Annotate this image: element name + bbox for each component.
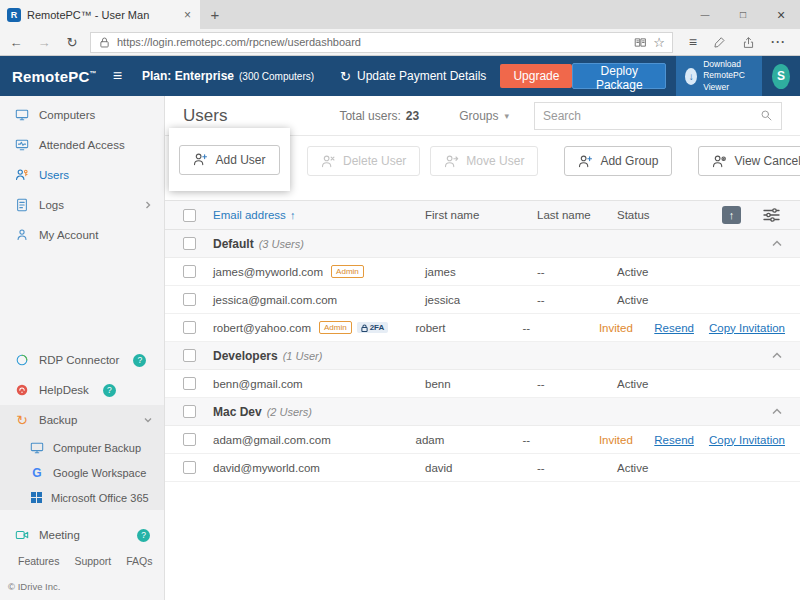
search-icon[interactable] [760, 109, 773, 122]
browser-actions: ≡ ··· [681, 34, 794, 50]
table-row: adam@gmail.com.com adam -- Invited Resen… [165, 426, 800, 454]
tab-close-icon[interactable]: × [182, 8, 193, 22]
last-name-cell: -- [537, 462, 617, 474]
new-tab-button[interactable]: + [200, 0, 230, 29]
hamburger-menu-icon[interactable]: ≡ [113, 67, 122, 85]
email-cell: robert@yahoo.com Admin 2FA [213, 321, 416, 334]
group-checkbox[interactable] [183, 405, 196, 418]
row-checkbox[interactable] [183, 433, 196, 446]
sidebar-item-microsoft-office-365[interactable]: Microsoft Office 365 [0, 485, 164, 510]
group-row-default: Default (3 Users) [165, 230, 800, 258]
group-checkbox[interactable] [183, 237, 196, 250]
sidebar-item-label: RDP Connector [39, 354, 119, 366]
share-icon[interactable] [742, 36, 755, 49]
email-cell: jessica@gmail.com.com [213, 294, 425, 306]
sidebar-item-backup[interactable]: ↻ Backup [0, 405, 164, 435]
google-icon: G [30, 466, 44, 480]
filter-icon[interactable] [763, 207, 780, 223]
delete-user-button[interactable]: Delete User [307, 146, 420, 176]
refresh-icon[interactable]: ↻ [62, 35, 82, 50]
more-icon[interactable]: ··· [771, 35, 786, 49]
sidebar-item-logs[interactable]: Logs [0, 190, 164, 220]
forward-icon[interactable]: → [34, 35, 54, 50]
browser-tab[interactable]: R RemotePC™ - User Man × [0, 0, 200, 29]
plan-detail: (300 Computers) [239, 71, 314, 82]
collapse-chevron-icon[interactable] [772, 408, 800, 415]
features-link[interactable]: Features [18, 555, 59, 567]
table-row: robert@yahoo.com Admin 2FA robert -- Inv… [165, 314, 800, 342]
sidebar-item-users[interactable]: Users [0, 160, 164, 190]
download-viewer-button[interactable]: ↓ Download RemotePC Viewer [676, 56, 762, 96]
select-all-checkbox[interactable] [183, 209, 196, 222]
close-button[interactable]: × [762, 0, 800, 29]
support-link[interactable]: Support [74, 555, 111, 567]
help-icon[interactable]: ? [103, 384, 116, 397]
reading-view-icon[interactable] [634, 36, 647, 49]
resend-link[interactable]: Resend [654, 322, 694, 334]
add-user-button[interactable]: Add User [179, 145, 279, 175]
group-row-mac-dev: Mac Dev (2 Users) [165, 398, 800, 426]
deploy-package-button[interactable]: Deploy Package [572, 63, 666, 89]
last-name-cell: -- [522, 322, 598, 334]
group-count: (2 Users) [267, 406, 312, 418]
sidebar-item-label: HelpDesk [39, 384, 89, 396]
upload-users-icon[interactable]: ↑ [722, 206, 741, 224]
copy-invitation-link[interactable]: Copy Invitation [709, 434, 785, 446]
screen: R RemotePC™ - User Man × + — □ × ← → ↻ h… [0, 0, 800, 600]
move-user-button[interactable]: Move User [430, 146, 538, 176]
favorite-star-icon[interactable]: ☆ [653, 35, 665, 50]
help-icon[interactable]: ? [133, 354, 146, 367]
remotepc-favicon: R [7, 8, 21, 22]
sidebar-item-google-workspace[interactable]: G Google Workspace [0, 460, 164, 485]
download-icon: ↓ [685, 68, 697, 85]
maximize-button[interactable]: □ [724, 0, 762, 29]
toolbar-buttons: Delete User Move User Add Group View Can… [307, 136, 800, 176]
group-count: (3 Users) [259, 238, 304, 250]
row-checkbox[interactable] [183, 265, 196, 278]
faqs-link[interactable]: FAQs [126, 555, 152, 567]
sidebar-item-label: Meeting [39, 529, 80, 541]
hub-icon[interactable]: ≡ [689, 34, 697, 50]
table-header-icons: ↑ [722, 206, 800, 224]
search-input[interactable] [543, 109, 760, 123]
web-note-icon[interactable] [713, 36, 726, 49]
admin-badge: Admin [319, 321, 352, 334]
sidebar-item-label: Attended Access [39, 139, 125, 151]
sidebar-item-label: Logs [39, 199, 64, 211]
minimize-button[interactable]: — [686, 0, 724, 29]
collapse-chevron-icon[interactable] [772, 352, 800, 359]
first-name-cell: adam [416, 434, 523, 446]
url-field[interactable]: https://login.remotepc.com/rpcnew/userda… [90, 32, 673, 53]
sidebar-item-rdp-connector[interactable]: RDP Connector ? [0, 345, 164, 375]
sidebar-item-label: Microsoft Office 365 [51, 492, 149, 504]
row-checkbox[interactable] [183, 293, 196, 306]
update-payment-link[interactable]: ↻ Update Payment Details [340, 69, 486, 84]
user-avatar[interactable]: S [772, 64, 790, 89]
url-text[interactable]: https://login.remotepc.com/rpcnew/userda… [117, 36, 628, 48]
email-column-header[interactable]: Email address ↑ [213, 209, 425, 221]
resend-link[interactable]: Resend [654, 434, 694, 446]
group-checkbox[interactable] [183, 349, 196, 362]
copy-invitation-link[interactable]: Copy Invitation [709, 322, 785, 334]
row-checkbox[interactable] [183, 377, 196, 390]
sidebar-item-my-account[interactable]: My Account [0, 220, 164, 250]
back-icon[interactable]: ← [6, 35, 26, 50]
help-icon[interactable]: ? [137, 529, 150, 542]
collapse-chevron-icon[interactable] [772, 240, 800, 247]
view-cancelled-users-button[interactable]: View Cancelled Users [698, 146, 800, 176]
plan-info: Plan: Enterprise (300 Computers) [142, 69, 314, 83]
table-row: jessica@gmail.com.com jessica -- Active [165, 286, 800, 314]
sidebar-item-computer-backup[interactable]: Computer Backup [0, 435, 164, 460]
group-name: Default [213, 237, 254, 251]
sidebar-item-helpdesk[interactable]: HelpDesk ? [0, 375, 164, 405]
row-checkbox[interactable] [183, 321, 196, 334]
groups-dropdown[interactable]: Groups ▾ [459, 109, 509, 123]
sidebar-item-attended-access[interactable]: Attended Access [0, 130, 164, 160]
row-checkbox[interactable] [183, 461, 196, 474]
backup-icon: ↻ [15, 412, 29, 428]
email-cell: david@myworld.com [213, 462, 425, 474]
sidebar-item-computers[interactable]: Computers [0, 100, 164, 130]
upgrade-button[interactable]: Upgrade [500, 64, 572, 88]
sidebar-item-meeting[interactable]: Meeting ? [0, 520, 164, 550]
add-group-button[interactable]: Add Group [564, 146, 672, 176]
